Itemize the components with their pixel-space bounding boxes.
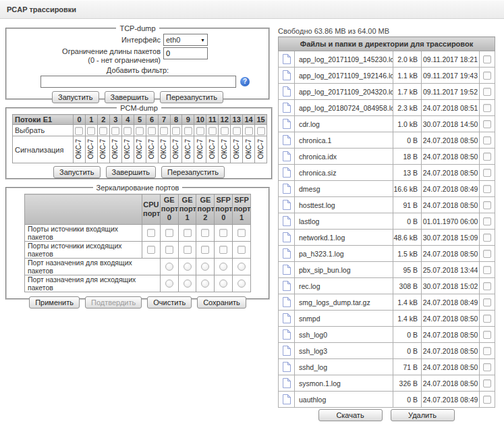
file-date: 24.07.2018 08:51 (422, 100, 480, 116)
mirror-port-column-header: SFP порт 1 (233, 194, 251, 225)
mirror-port-radio[interactable] (201, 279, 209, 288)
mirror-port-radio[interactable] (237, 279, 246, 288)
e1-select-checkbox[interactable] (172, 127, 180, 135)
file-select-checkbox[interactable] (483, 266, 491, 274)
e1-select-checkbox[interactable] (184, 127, 192, 135)
file-row: snmpd1.4 kB24.07.2018 08:50 (279, 311, 495, 327)
pcm-restart-button[interactable]: Перезапустить (161, 166, 225, 178)
mirror-port-radio[interactable] (184, 263, 192, 271)
mirror-port-radio[interactable] (184, 279, 192, 288)
file-select-checkbox[interactable] (483, 250, 491, 258)
e1-select-cell (170, 125, 182, 136)
file-select-checkbox[interactable] (483, 298, 491, 306)
download-button[interactable]: Скачать (318, 409, 383, 421)
file-select-checkbox[interactable] (483, 379, 491, 387)
e1-select-checkbox[interactable] (208, 127, 217, 135)
mirror-port-radio[interactable] (219, 279, 227, 288)
e1-signaling-cell: ОКС-7 (170, 136, 182, 163)
file-select-checkbox[interactable] (483, 72, 491, 80)
file-icon-cell (279, 359, 295, 375)
file-select-checkbox[interactable] (483, 136, 491, 144)
file-name: chronica.idx (295, 149, 393, 165)
packet-limit-input[interactable] (163, 47, 208, 59)
tcp-restart-button[interactable]: Перезапустить (160, 91, 223, 103)
mirror-port-column-header: GE порт 1 (178, 194, 196, 225)
e1-select-checkbox[interactable] (233, 127, 241, 135)
mirror-port-checkbox[interactable] (237, 246, 246, 254)
file-select-checkbox[interactable] (483, 104, 491, 112)
file-select-checkbox[interactable] (483, 234, 491, 242)
mirror-port-checkbox[interactable] (237, 229, 246, 237)
e1-select-checkbox[interactable] (245, 127, 253, 135)
file-select-checkbox[interactable] (483, 185, 491, 193)
interface-select[interactable]: eth0 ▼ (163, 34, 208, 46)
delete-button[interactable]: Удалить (391, 409, 455, 421)
mirror-port-radio[interactable] (165, 263, 173, 271)
e1-select-checkbox[interactable] (136, 127, 144, 135)
e1-select-checkbox[interactable] (87, 127, 95, 135)
file-select-checkbox[interactable] (483, 396, 491, 404)
mirror-port-checkbox[interactable] (165, 246, 173, 254)
file-checkbox-cell (480, 375, 495, 392)
filter-input[interactable] (40, 76, 236, 88)
mirror-port-checkbox[interactable] (219, 229, 227, 237)
e1-select-checkbox[interactable] (75, 127, 83, 135)
file-size: 0 B (393, 213, 422, 230)
port-mirroring-table: CPU портGE порт 0GE порт 1GE порт 2SFP п… (24, 194, 251, 292)
file-name: sysmon.1.log (295, 375, 393, 392)
e1-select-checkbox[interactable] (221, 127, 229, 135)
file-select-checkbox[interactable] (483, 363, 491, 371)
mirror-radio-cell (215, 258, 233, 275)
e1-select-checkbox[interactable] (99, 127, 107, 135)
mirror-port-checkbox[interactable] (147, 229, 155, 237)
mirror-port-checkbox[interactable] (219, 246, 227, 254)
tcp-start-button[interactable]: Запустить (52, 91, 99, 103)
file-checkbox-cell (480, 165, 495, 181)
mirror-port-checkbox[interactable] (201, 229, 209, 237)
file-select-checkbox[interactable] (483, 88, 491, 96)
mirror-port-checkbox[interactable] (147, 246, 155, 254)
filter-label: Добавить фильтр: (11, 66, 264, 74)
e1-select-checkbox[interactable] (111, 127, 119, 135)
file-checkbox-cell (480, 359, 495, 375)
tcp-stop-button[interactable]: Завершить (105, 91, 155, 103)
file-size: 308 B (393, 278, 422, 294)
file-select-checkbox[interactable] (483, 217, 491, 225)
file-select-checkbox[interactable] (483, 120, 491, 128)
file-select-checkbox[interactable] (483, 331, 491, 339)
help-icon[interactable]: ? (240, 77, 250, 86)
mirror-port-radio[interactable] (201, 263, 209, 271)
e1-select-checkbox[interactable] (257, 127, 265, 135)
mirror-port-radio[interactable] (237, 263, 246, 271)
mirror-port-checkbox[interactable] (165, 229, 173, 237)
save-button[interactable]: Сохранить (197, 296, 246, 309)
file-icon (282, 394, 291, 404)
mirror-port-checkbox[interactable] (184, 229, 192, 237)
mirror-port-radio[interactable] (165, 279, 173, 288)
file-select-checkbox[interactable] (483, 282, 491, 290)
e1-select-checkbox[interactable] (148, 127, 156, 135)
interface-select-value: eth0 (166, 36, 180, 44)
file-select-checkbox[interactable] (483, 347, 491, 355)
mirror-port-checkbox[interactable] (184, 246, 192, 254)
e1-select-checkbox[interactable] (196, 127, 204, 135)
apply-button[interactable]: Применить (29, 296, 80, 309)
e1-signaling-cell: ОКС-7 (134, 136, 146, 163)
file-select-checkbox[interactable] (483, 169, 491, 177)
mirror-port-radio[interactable] (219, 263, 227, 271)
pcm-start-button[interactable]: Запустить (53, 166, 101, 178)
file-select-checkbox[interactable] (483, 315, 491, 323)
file-select-checkbox[interactable] (483, 153, 491, 161)
pcm-stop-button[interactable]: Завершить (106, 166, 156, 178)
file-name: pa_h323.1.log (295, 246, 393, 262)
file-select-checkbox[interactable] (483, 201, 491, 209)
e1-select-checkbox[interactable] (160, 127, 168, 135)
mirror-port-checkbox[interactable] (201, 246, 209, 254)
file-icon (282, 151, 291, 161)
file-select-checkbox[interactable] (483, 55, 491, 63)
e1-select-checkbox[interactable] (123, 127, 132, 135)
file-checkbox-cell (480, 327, 495, 343)
clear-button[interactable]: Очистить (147, 296, 192, 309)
file-icon-cell (279, 392, 295, 408)
mirror-radio-cell (160, 258, 178, 275)
